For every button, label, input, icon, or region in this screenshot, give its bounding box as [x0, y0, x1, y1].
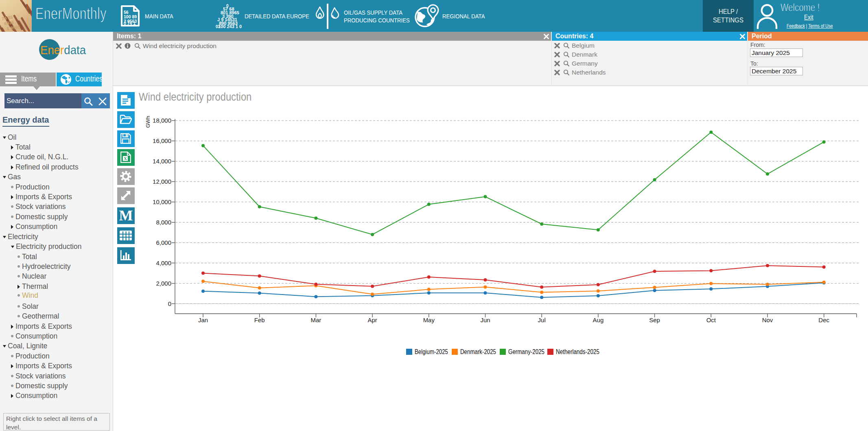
- svg-text:0: 0: [168, 300, 171, 307]
- svg-text:12,000: 12,000: [153, 178, 171, 185]
- svg-text:Aug: Aug: [593, 317, 604, 323]
- svg-text:Jan: Jan: [198, 317, 208, 323]
- svg-text:10,000: 10,000: [153, 198, 171, 205]
- svg-text:Netherlands-2025: Netherlands-2025: [556, 348, 599, 356]
- svg-text:GWh: GWh: [145, 116, 151, 128]
- svg-text:Sep: Sep: [649, 317, 660, 323]
- svg-text:Oct: Oct: [706, 317, 716, 323]
- svg-text:8,000: 8,000: [156, 219, 171, 226]
- svg-text:Nov: Nov: [762, 317, 773, 323]
- svg-text:0 74 1: 0 74 1: [124, 21, 136, 26]
- svg-text:2,000: 2,000: [156, 280, 171, 287]
- svg-text:Feb: Feb: [254, 317, 265, 323]
- svg-text:Belgium-2025: Belgium-2025: [415, 348, 448, 356]
- svg-text:18,000: 18,000: [153, 117, 171, 124]
- svg-text:14,000: 14,000: [153, 158, 171, 165]
- svg-text:Jun: Jun: [480, 317, 490, 323]
- svg-text:Mar: Mar: [310, 317, 321, 323]
- svg-text:Germany-2025: Germany-2025: [508, 348, 544, 356]
- svg-text:03: 03: [216, 24, 221, 29]
- svg-text:100 243 1 0: 100 243 1 0: [218, 24, 242, 29]
- svg-text:Apr: Apr: [367, 317, 377, 323]
- svg-text:Dec: Dec: [818, 317, 829, 323]
- svg-text:Denmark-2025: Denmark-2025: [460, 348, 496, 356]
- svg-text:Jul: Jul: [538, 317, 546, 323]
- svg-text:16,000: 16,000: [153, 137, 171, 144]
- svg-text:6,000: 6,000: [156, 239, 171, 246]
- svg-text:4,000: 4,000: [156, 259, 171, 266]
- svg-text:May: May: [423, 317, 435, 323]
- svg-text:X: X: [124, 156, 127, 161]
